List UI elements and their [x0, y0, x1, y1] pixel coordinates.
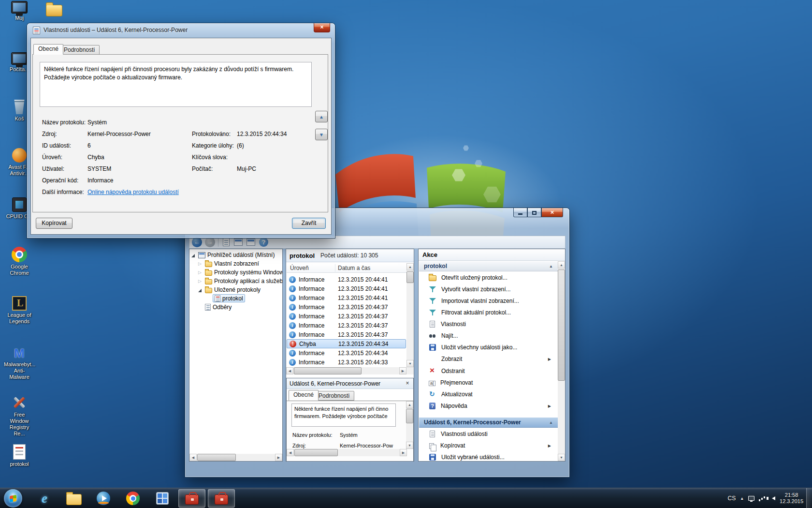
column-separator[interactable]	[335, 264, 335, 272]
desktop-icon-chrome[interactable]: Google Chrome	[4, 247, 35, 276]
minimize-button[interactable]	[513, 208, 527, 217]
online-help-link[interactable]: Online nápověda protokolu událostí	[87, 189, 179, 195]
action-view[interactable]: Zobrazit ▶	[419, 353, 558, 365]
close-button[interactable]: ×	[541, 208, 563, 217]
preview-horizontal-scrollbar[interactable]: ◀ ▶	[287, 449, 407, 456]
volume-icon[interactable]	[772, 496, 775, 500]
event-row[interactable]: Informace 12.3.2015 20:44:41	[287, 275, 406, 284]
action-save-all-events[interactable]: Uložit všechny události jako...	[419, 342, 558, 353]
tree-horizontal-scrollbar[interactable]: ◀ ▶	[189, 454, 282, 461]
action-save-selected-events[interactable]: Uložit vybrané události...	[419, 451, 558, 462]
collapse-icon[interactable]: ▲	[549, 264, 553, 269]
scrollbar-thumb[interactable]	[558, 269, 565, 381]
scrollbar-thumb[interactable]	[294, 367, 362, 374]
scroll-left-icon[interactable]: ◀	[286, 367, 293, 374]
taskbar-media-player[interactable]	[90, 489, 117, 508]
preview-vertical-scrollbar[interactable]: ▲ ▼	[406, 401, 413, 449]
tree-item-subscriptions[interactable]: Odběry	[205, 303, 232, 312]
dialog-close-button[interactable]: ×	[314, 23, 330, 32]
tab-general[interactable]: Obecné	[33, 44, 63, 55]
actions-section-protokol[interactable]: protokol ▲	[419, 261, 558, 271]
actions-vertical-scrollbar[interactable]: ▲ ▼	[558, 261, 565, 461]
tree-item-event-viewer-root[interactable]: Prohlížeč událostí (Místní)	[191, 251, 275, 259]
collapse-icon[interactable]: ▲	[549, 420, 553, 425]
show-hidden-icons-button[interactable]: ▲	[740, 496, 744, 501]
collapsed-icon[interactable]	[198, 268, 203, 277]
event-description-box[interactable]: Některé funkce řízení napájení při činno…	[40, 62, 312, 107]
expanded-icon[interactable]	[191, 254, 195, 257]
maximize-button[interactable]	[527, 208, 541, 217]
action-help[interactable]: Nápověda ▶	[419, 400, 558, 412]
language-indicator[interactable]: CS	[727, 495, 736, 502]
scrollbar-thumb[interactable]	[406, 271, 414, 283]
start-button[interactable]	[4, 489, 22, 508]
preview-tab-general[interactable]: Obecné	[289, 390, 319, 401]
console-window-icon[interactable]	[234, 238, 244, 247]
network-icon[interactable]	[759, 496, 765, 501]
taskbar-event-viewer-2[interactable]	[208, 489, 235, 508]
action-delete[interactable]: Odstranit	[419, 365, 558, 377]
back-icon[interactable]: ←	[192, 237, 202, 247]
event-row[interactable]: Informace 12.3.2015 20:44:41	[287, 284, 406, 293]
scrollbar-thumb[interactable]	[406, 409, 413, 423]
scroll-up-icon[interactable]: ▲	[558, 261, 565, 269]
copy-button[interactable]: Kopírovat	[36, 218, 72, 229]
event-row[interactable]: Informace 12.3.2015 20:44:37	[287, 330, 406, 339]
column-header-datetime[interactable]: Datum a čas	[338, 265, 370, 271]
close-preview-icon[interactable]: ×	[404, 380, 411, 388]
scroll-down-icon[interactable]: ▼	[558, 454, 565, 461]
next-event-button[interactable]: ▼	[315, 129, 328, 140]
action-properties[interactable]: Vlastnosti	[419, 318, 558, 330]
event-row[interactable]: Informace 12.3.2015 20:44:37	[287, 312, 406, 321]
action-find[interactable]: Najít...	[419, 330, 558, 342]
tab-details[interactable]: Podrobnosti	[59, 45, 100, 55]
previous-event-button[interactable]: ▲	[315, 111, 328, 122]
actions-section-event6[interactable]: Událost 6, Kernel-Processor-Power ▲	[419, 418, 558, 428]
event-row[interactable]: Informace 12.3.2015 20:44:37	[287, 321, 406, 330]
event-row[interactable]: Informace 12.3.2015 20:44:37	[287, 302, 406, 312]
event-row-selected-error[interactable]: Chyba 12.3.2015 20:44:34	[287, 339, 406, 348]
tree-item-app-logs[interactable]: Protokoly aplikací a služeb	[198, 277, 283, 285]
action-rename[interactable]: Přejmenovat	[419, 377, 558, 388]
forward-icon[interactable]: →	[205, 237, 215, 247]
help-icon[interactable]: ?	[259, 238, 269, 247]
scrollbar-thumb[interactable]	[197, 454, 236, 461]
collapsed-icon[interactable]	[198, 259, 203, 268]
expanded-icon[interactable]	[198, 289, 202, 292]
export-document-icon[interactable]	[221, 238, 231, 247]
taskbar-event-viewer-1[interactable]	[178, 489, 205, 508]
taskbar-app-tiles[interactable]	[149, 489, 176, 508]
collapsed-icon[interactable]	[198, 277, 203, 285]
tree-item-custom-views[interactable]: Vlastní zobrazení	[198, 259, 259, 268]
desktop-icon-protokol[interactable]: protokol	[4, 444, 35, 467]
taskbar-clock[interactable]: 21:58 12.3.2015	[780, 492, 803, 505]
scroll-left-icon[interactable]: ◀	[287, 449, 294, 456]
tree-item-protokol-selected[interactable]: protokol	[213, 294, 245, 302]
scroll-down-icon[interactable]: ▼	[406, 442, 413, 449]
taskbar-internet-explorer[interactable]	[31, 489, 58, 508]
scroll-right-icon[interactable]: ▶	[400, 449, 407, 456]
action-create-custom-view[interactable]: Vytvořit vlastní zobrazení...	[419, 284, 558, 295]
event-row[interactable]: Informace 12.3.2015 20:44:33	[287, 358, 406, 367]
scroll-up-icon[interactable]: ▲	[406, 263, 414, 270]
preview-tab-details[interactable]: Podrobnosti	[314, 391, 354, 401]
panes-window-icon[interactable]	[246, 238, 256, 247]
list-vertical-scrollbar[interactable]: ▲ ▼	[406, 263, 414, 367]
scroll-down-icon[interactable]: ▼	[406, 360, 414, 367]
list-horizontal-scrollbar[interactable]: ◀ ▶	[286, 367, 406, 374]
action-center-icon[interactable]	[748, 496, 754, 501]
scroll-right-icon[interactable]: ▶	[275, 454, 282, 461]
desktop-icon-league-of-legends[interactable]: League of Legends	[4, 296, 35, 325]
event-row[interactable]: Informace 12.3.2015 20:44:34	[287, 348, 406, 358]
preview-description-box[interactable]: Některé funkce řízení napájení při činno…	[291, 403, 396, 427]
desktop-icon-folder[interactable]	[44, 1, 65, 18]
action-filter-current-log[interactable]: Filtrovat aktuální protokol...	[419, 307, 558, 318]
tree-item-saved-logs[interactable]: Uložené protokoly	[198, 285, 261, 294]
scrollbar-thumb[interactable]	[294, 449, 338, 456]
scroll-left-icon[interactable]: ◀	[189, 454, 197, 461]
scroll-right-icon[interactable]: ▶	[399, 367, 406, 374]
action-open-saved-log[interactable]: Otevřít uložený protokol...	[419, 272, 558, 284]
action-refresh[interactable]: Aktualizovat	[419, 388, 558, 400]
show-desktop-button[interactable]	[806, 488, 812, 508]
scroll-up-icon[interactable]: ▲	[406, 401, 413, 408]
